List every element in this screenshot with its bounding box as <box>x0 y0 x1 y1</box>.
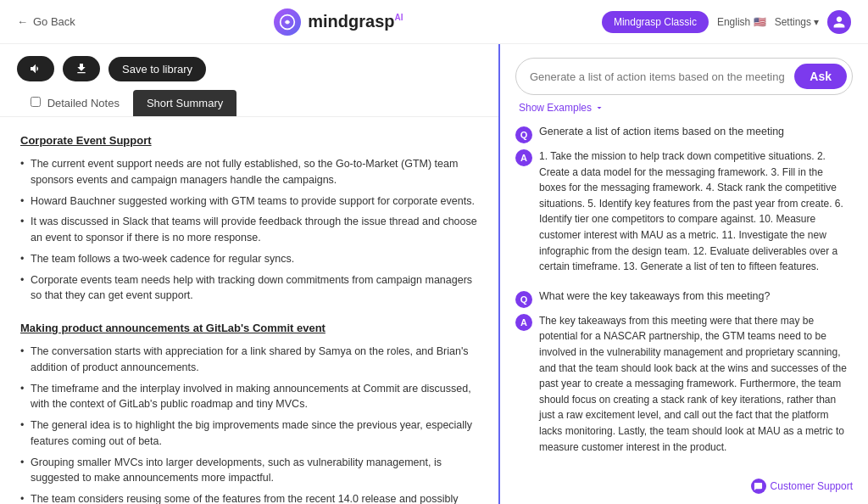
chat-answer-1: A 1. Take the mission to help track down… <box>515 148 853 275</box>
answer-text-2: The key takeaways from this meeting were… <box>539 313 853 455</box>
answer-badge-1: A <box>515 149 532 166</box>
ask-button[interactable]: Ask <box>794 64 847 89</box>
header-right: Mindgrasp Classic English 🇺🇸 Settings ▾ <box>602 10 851 34</box>
question-text-1: Generate a list of action items based on… <box>539 126 784 137</box>
chat-question-2: Q What were the key takeaways from this … <box>515 290 853 308</box>
logo-icon <box>274 8 301 36</box>
header: ← Go Back mindgraspAI Mindgrasp Classic … <box>0 0 868 44</box>
customer-support-button[interactable]: Customer Support <box>751 479 853 494</box>
list-item: The team considers reusing some of the f… <box>20 489 478 504</box>
tabs-bar: Detailed Notes Short Summary <box>0 90 498 117</box>
question-text-2: What were the key takeaways from this me… <box>539 290 770 302</box>
chat-question-1: Q Generate a list of action items based … <box>515 126 853 143</box>
tab-short-summary[interactable]: Short Summary <box>133 90 236 116</box>
left-panel: Save to library Detailed Notes Short Sum… <box>0 44 500 504</box>
speak-button[interactable] <box>17 56 54 81</box>
chat-item-1: Q Generate a list of action items based … <box>515 126 853 275</box>
chevron-down-icon <box>594 103 604 113</box>
svg-point-1 <box>287 20 289 23</box>
list-item: The general idea is to highlight the big… <box>20 415 478 452</box>
section-1-bullets: The current event support needs are not … <box>20 154 478 306</box>
section-1-title: Corporate Event Support <box>20 134 478 147</box>
ask-input[interactable] <box>530 70 787 83</box>
avatar[interactable] <box>827 10 851 34</box>
section-corporate-events: Corporate Event Support The current even… <box>20 134 478 306</box>
customer-support-icon <box>751 479 766 494</box>
answer-text-1: 1. Take the mission to help track down c… <box>539 148 853 275</box>
upload-button[interactable] <box>63 56 100 81</box>
back-button[interactable]: ← Go Back <box>17 15 75 28</box>
back-arrow-icon: ← <box>17 15 28 28</box>
logo-text: mindgraspAI <box>308 12 403 31</box>
settings-button[interactable]: Settings ▾ <box>775 16 819 28</box>
section-2-title: Making product announcements at GitLab's… <box>20 322 478 334</box>
list-item: Corporate events team needs help with tr… <box>20 270 478 307</box>
classic-button[interactable]: Mindgrasp Classic <box>602 11 709 33</box>
list-item: The conversation starts with appreciatio… <box>20 341 478 378</box>
chat-answer-2: A The key takeaways from this meeting we… <box>515 313 853 455</box>
section-2-bullets: The conversation starts with appreciatio… <box>20 341 478 504</box>
language-button[interactable]: English 🇺🇸 <box>717 16 766 28</box>
right-panel: Ask Show Examples Q Generate a list of a… <box>500 44 868 504</box>
list-item: The timeframe and the interplay involved… <box>20 378 478 416</box>
content-area: Corporate Event Support The current even… <box>0 117 498 504</box>
speaker-icon <box>29 62 42 76</box>
section-product-announcements: Making product announcements at GitLab's… <box>20 322 478 504</box>
upload-icon <box>75 62 88 76</box>
tab-detailed-notes[interactable]: Detailed Notes <box>17 90 133 116</box>
toolbar: Save to library <box>0 44 498 90</box>
list-item: Howard Bauchner suggested working with G… <box>20 191 478 212</box>
logo: mindgraspAI <box>274 8 403 36</box>
chat-item-2: Q What were the key takeaways from this … <box>515 290 853 455</box>
list-item: Grouping smaller MVCs into larger develo… <box>20 452 478 490</box>
list-item: The current event support needs are not … <box>20 154 478 191</box>
chat-icon <box>754 482 763 491</box>
list-item: The team follows a two-week cadence for … <box>20 249 478 270</box>
back-label: Go Back <box>33 15 75 28</box>
answer-badge-2: A <box>515 314 532 331</box>
ask-bar: Ask <box>515 58 853 95</box>
customer-support-label: Customer Support <box>771 480 853 492</box>
show-examples-button[interactable]: Show Examples <box>515 102 853 114</box>
chat-area: Q Generate a list of action items based … <box>515 126 853 490</box>
detailed-notes-checkbox[interactable] <box>31 97 41 107</box>
question-badge-1: Q <box>515 126 532 143</box>
list-item: It was discussed in Slack that teams wil… <box>20 211 478 249</box>
main-layout: Save to library Detailed Notes Short Sum… <box>0 44 868 504</box>
question-badge-2: Q <box>515 291 532 308</box>
save-library-button[interactable]: Save to library <box>108 57 206 81</box>
